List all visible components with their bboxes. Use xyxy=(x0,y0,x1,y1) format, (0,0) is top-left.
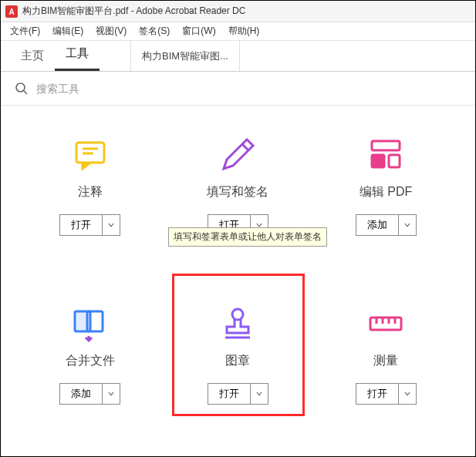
tool-label: 测量 xyxy=(373,353,398,369)
edit-pdf-icon xyxy=(367,136,404,173)
tool-label: 合并文件 xyxy=(66,353,115,369)
dropdown-button[interactable] xyxy=(251,384,268,404)
tool-button-group: 打开 xyxy=(208,383,268,405)
window-title: 构力BIM智能审图平台.pdf - Adobe Acrobat Reader D… xyxy=(22,5,245,18)
dropdown-button[interactable] xyxy=(103,384,120,404)
menu-view[interactable]: 视图(V) xyxy=(89,23,133,39)
tool-label: 图章 xyxy=(225,353,250,369)
tool-stamp[interactable]: 图章 打开 xyxy=(176,305,299,405)
searchbar xyxy=(1,72,475,106)
svg-point-2 xyxy=(16,83,25,92)
open-button[interactable]: 打开 xyxy=(208,384,251,404)
tool-comment[interactable]: 注释 打开 xyxy=(29,136,152,236)
tool-area: 注释 打开 填写和签名 打开 填写和签署表单或让他人对表单签名 编辑 PDF xyxy=(1,106,475,420)
svg-rect-9 xyxy=(372,155,384,167)
tool-button-group: 打开 xyxy=(356,383,417,405)
dropdown-button[interactable] xyxy=(399,384,416,404)
pen-icon xyxy=(219,136,256,173)
svg-rect-15 xyxy=(370,318,401,330)
titlebar: A 构力BIM智能审图平台.pdf - Adobe Acrobat Reader… xyxy=(1,1,475,22)
dropdown-button[interactable] xyxy=(103,215,120,235)
svg-line-3 xyxy=(24,91,27,94)
open-button[interactable]: 打开 xyxy=(356,384,399,404)
tool-measure[interactable]: 测量 打开 xyxy=(324,305,447,405)
menu-edit[interactable]: 编辑(E) xyxy=(46,23,89,39)
stamp-icon xyxy=(219,305,256,342)
tool-button-group: 打开 xyxy=(59,214,120,236)
menu-help[interactable]: 帮助(H) xyxy=(222,23,266,39)
tool-label: 注释 xyxy=(78,184,103,200)
tabbar: 主页 工具 构力BIM智能审图... xyxy=(1,41,475,72)
tool-button-group: 添加 xyxy=(59,383,120,405)
search-input[interactable] xyxy=(36,82,461,95)
tab-tools[interactable]: 工具 xyxy=(55,39,100,71)
tool-fill-sign[interactable]: 填写和签名 打开 填写和签署表单或让他人对表单签名 xyxy=(176,136,299,236)
add-button[interactable]: 添加 xyxy=(356,215,399,235)
svg-rect-8 xyxy=(372,141,400,150)
app-icon: A xyxy=(5,5,18,18)
tool-button-group: 添加 xyxy=(356,214,417,236)
svg-rect-10 xyxy=(389,155,400,167)
open-button[interactable]: 打开 xyxy=(60,215,103,235)
comment-icon xyxy=(72,136,109,173)
combine-icon xyxy=(72,305,109,342)
tool-edit-pdf[interactable]: 编辑 PDF 添加 xyxy=(324,136,447,236)
tooltip: 填写和签署表单或让他人对表单签名 xyxy=(168,227,327,247)
dropdown-button[interactable] xyxy=(399,215,416,235)
menu-window[interactable]: 窗口(W) xyxy=(176,23,221,39)
svg-point-13 xyxy=(232,309,243,320)
menu-sign[interactable]: 签名(S) xyxy=(133,23,176,39)
add-button[interactable]: 添加 xyxy=(60,384,103,404)
tool-combine[interactable]: 合并文件 添加 xyxy=(29,305,152,405)
svg-line-7 xyxy=(242,144,248,150)
ruler-icon xyxy=(367,305,404,342)
menu-file[interactable]: 文件(F) xyxy=(4,23,46,39)
tool-label: 填写和签名 xyxy=(207,184,268,200)
svg-text:A: A xyxy=(8,8,14,16)
tool-label: 编辑 PDF xyxy=(360,184,412,200)
tab-document[interactable]: 构力BIM智能审图... xyxy=(130,41,240,71)
tab-home[interactable]: 主页 xyxy=(10,41,55,71)
search-icon xyxy=(15,82,29,96)
